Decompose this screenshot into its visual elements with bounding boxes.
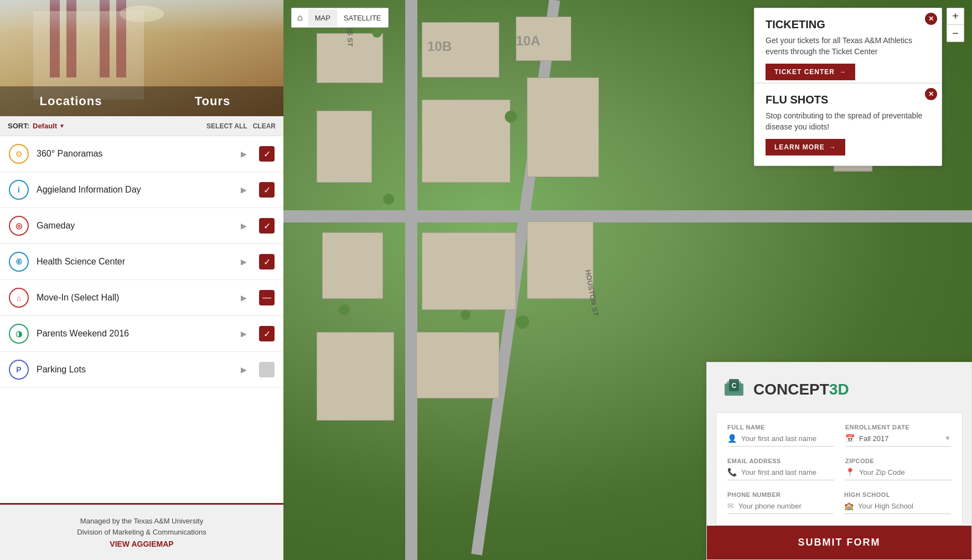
tree bbox=[461, 310, 471, 320]
phone-input[interactable] bbox=[738, 502, 833, 510]
school-icon: 🏫 bbox=[844, 501, 854, 510]
full-name-input-wrap: 👤 bbox=[727, 434, 834, 447]
concept3d-form: FULL NAME 👤 ENROLLMENT DATE 📅 Fall 2017 … bbox=[716, 412, 963, 526]
clear-button[interactable]: CLEAR bbox=[253, 122, 276, 130]
phone-label: PHONE NUMBER bbox=[727, 491, 833, 498]
sidebar-footer: Managed by the Texas A&M University Divi… bbox=[0, 503, 283, 560]
list-item[interactable]: ◑ Parents Weekend 2016 ▶ ✓ bbox=[0, 316, 283, 352]
email-label: EMAIL ADDRESS bbox=[727, 458, 834, 464]
form-row-2: EMAIL ADDRESS 📞 ZIPCODE 📍 bbox=[727, 458, 951, 480]
enrollment-date-field: ENROLLMENT DATE 📅 Fall 2017 Spring 2018 … bbox=[845, 424, 951, 447]
select-all-button[interactable]: SELECT ALL bbox=[206, 122, 247, 130]
email-input[interactable] bbox=[741, 468, 834, 476]
tree bbox=[372, 28, 382, 38]
calendar-icon: 📅 bbox=[845, 434, 855, 443]
zipcode-label: ZIPCODE bbox=[845, 458, 952, 464]
list-item[interactable]: ⊙ 360° Panoramas ▶ ✓ bbox=[0, 136, 283, 172]
list-item[interactable]: ⑥ Health Science Center ▶ ✓ bbox=[0, 244, 283, 280]
item-checkbox[interactable]: — bbox=[259, 290, 275, 305]
health-icon: ⑥ bbox=[9, 252, 29, 272]
sidebar-nav-tabs: Locations Tours bbox=[0, 86, 283, 116]
zipcode-input[interactable] bbox=[859, 468, 952, 476]
panoramas-icon: ⊙ bbox=[9, 144, 29, 164]
tree bbox=[339, 304, 350, 315]
person-icon: 👤 bbox=[727, 434, 737, 443]
building bbox=[422, 100, 510, 183]
zoom-out-button[interactable]: − bbox=[947, 25, 964, 42]
enrollment-date-label: ENROLLMENT DATE bbox=[845, 424, 951, 431]
list-item[interactable]: P Parking Lots ▶ bbox=[0, 352, 283, 388]
phone-input-wrap: ✉ bbox=[727, 501, 833, 514]
building bbox=[422, 22, 499, 77]
movein-icon: ⌂ bbox=[9, 288, 29, 308]
building bbox=[322, 232, 383, 299]
svg-text:C: C bbox=[732, 382, 737, 390]
flu-description: Stop contributing to the spread of preve… bbox=[766, 111, 930, 132]
email-field: EMAIL ADDRESS 📞 bbox=[727, 458, 834, 480]
ticketing-close-button[interactable]: ✕ bbox=[925, 13, 937, 25]
item-checkbox[interactable]: ✓ bbox=[259, 182, 275, 198]
item-checkbox[interactable] bbox=[259, 362, 275, 377]
map-view-button[interactable]: MAP bbox=[308, 9, 337, 27]
envelope-icon: ✉ bbox=[727, 501, 734, 510]
high-school-field: HIGH SCHOOL 🏫 bbox=[844, 491, 951, 514]
high-school-input[interactable] bbox=[858, 502, 951, 510]
sort-label: SORT: bbox=[8, 122, 29, 130]
gameday-icon: ◎ bbox=[9, 216, 29, 236]
building bbox=[422, 232, 516, 310]
select-chevron-icon: ▼ bbox=[944, 434, 951, 442]
zipcode-input-wrap: 📍 bbox=[845, 468, 952, 480]
enrollment-date-select[interactable]: Fall 2017 Spring 2018 Fall 2018 bbox=[859, 434, 940, 443]
home-button[interactable]: ⌂ bbox=[292, 8, 308, 27]
item-name: Health Science Center bbox=[37, 257, 233, 267]
ticketing-description: Get your tickets for all Texas A&M Athle… bbox=[766, 35, 930, 57]
building bbox=[317, 111, 372, 183]
tab-tours[interactable]: Tours bbox=[142, 86, 283, 116]
concept3d-logo: C CONCEPT3D bbox=[720, 376, 849, 403]
phone-field: PHONE NUMBER ✉ bbox=[727, 491, 833, 514]
submit-form-button[interactable]: SUBMIT FORM bbox=[707, 526, 971, 559]
flu-cta-button[interactable]: LEARN MORE bbox=[766, 139, 845, 155]
concept3d-header: C CONCEPT3D bbox=[707, 362, 971, 412]
high-school-label: HIGH SCHOOL bbox=[844, 491, 951, 498]
tab-locations[interactable]: Locations bbox=[0, 86, 142, 116]
flu-shots-popup: ✕ FLU SHOTS Stop contributing to the spr… bbox=[754, 83, 942, 166]
view-aggiemap-link[interactable]: VIEW AGGIEMAP bbox=[110, 540, 173, 548]
list-item[interactable]: ⌂ Move-In (Select Hall) ▶ — bbox=[0, 280, 283, 316]
parents-icon: ◑ bbox=[9, 324, 29, 344]
concept3d-brand-name: CONCEPT3D bbox=[753, 381, 849, 398]
flu-close-button[interactable]: ✕ bbox=[925, 88, 937, 100]
location-icon: 📍 bbox=[845, 468, 855, 476]
satellite-view-button[interactable]: SATELLITE bbox=[337, 9, 388, 27]
ticketing-cta-button[interactable]: TICKET CENTER bbox=[766, 64, 855, 80]
arrow-icon: ▶ bbox=[241, 293, 247, 302]
arrow-icon: ▶ bbox=[241, 149, 247, 158]
item-checkbox[interactable]: ✓ bbox=[259, 218, 275, 234]
zoom-in-button[interactable]: + bbox=[947, 8, 964, 25]
full-name-input[interactable] bbox=[741, 434, 834, 443]
tree bbox=[383, 194, 394, 205]
tree bbox=[516, 315, 529, 329]
arrow-icon: ▶ bbox=[241, 221, 247, 230]
building bbox=[527, 221, 593, 299]
form-row-3: PHONE NUMBER ✉ HIGH SCHOOL 🏫 bbox=[727, 491, 951, 514]
sidebar-hero: Locations Tours bbox=[0, 0, 283, 116]
item-checkbox[interactable]: ✓ bbox=[259, 326, 275, 341]
map-toolbar: ⌂ MAP SATELLITE bbox=[291, 8, 389, 28]
item-checkbox[interactable]: ✓ bbox=[259, 254, 275, 269]
building bbox=[516, 17, 571, 61]
sort-actions: SELECT ALL CLEAR bbox=[206, 122, 276, 130]
item-name: Aggieland Information Day bbox=[37, 185, 233, 195]
building bbox=[527, 77, 599, 177]
sort-default-dropdown[interactable]: Default bbox=[33, 122, 65, 130]
item-checkbox[interactable]: ✓ bbox=[259, 146, 275, 162]
parking-icon: P bbox=[9, 360, 29, 380]
sidebar: Locations Tours SORT: Default SELECT ALL… bbox=[0, 0, 283, 560]
list-item[interactable]: ◎ Gameday ▶ ✓ bbox=[0, 208, 283, 244]
list-item[interactable]: i Aggieland Information Day ▶ ✓ bbox=[0, 172, 283, 208]
arrow-icon: ▶ bbox=[241, 365, 247, 374]
item-name: Gameday bbox=[37, 221, 233, 231]
location-list: ⊙ 360° Panoramas ▶ ✓ i Aggieland Informa… bbox=[0, 136, 283, 503]
item-name: 360° Panoramas bbox=[37, 149, 233, 159]
enrollment-date-input-wrap: 📅 Fall 2017 Spring 2018 Fall 2018 ▼ bbox=[845, 434, 951, 447]
